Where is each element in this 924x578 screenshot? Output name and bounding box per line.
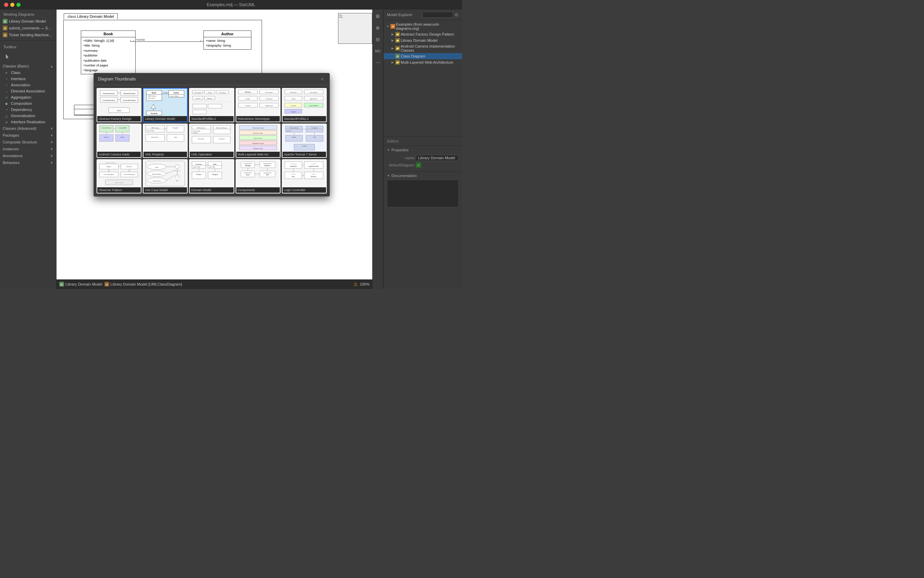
prop-name-value[interactable]: Library Domain Model [416, 155, 459, 161]
sidebar-item-library-domain[interactable]: ▤ Library Domain Model [0, 18, 56, 24]
tree-item-multi-layered[interactable]: ▶ 📁 Multi-Layered Web Architecture [383, 59, 462, 65]
svg-rect-86 [167, 125, 184, 132]
tree-expand-icon [390, 54, 395, 58]
toolbox-item-composition[interactable]: ◆ Composition [0, 100, 56, 107]
svg-text:«byElement»: «byElement» [310, 98, 318, 100]
svg-text:CameraService: CameraService [102, 127, 111, 129]
svg-text:«entity»: «entity» [291, 173, 296, 175]
svg-text:«entity»: «entity» [245, 98, 250, 100]
svg-rect-98 [213, 125, 231, 134]
dialog-close-button[interactable]: × [319, 76, 325, 82]
svg-text:BehavioralFeature: BehavioralFeature [216, 127, 228, 129]
toolbox-section-packages[interactable]: Packages ▼ [0, 132, 56, 139]
toolbox-item-directed-association[interactable]: → Directed Association [0, 88, 56, 94]
documentation-header[interactable]: ▼ Documentation [387, 174, 459, 178]
status-item-1[interactable]: ▤ Library Domain Model [59, 282, 102, 287]
chevron-down-icon: ▼ [50, 147, 54, 151]
toolbox-section-behaviors[interactable]: Behaviors ▼ [0, 159, 56, 166]
svg-text:Return Book: Return Book [153, 180, 161, 182]
thumbnail-apache-tomcat[interactable]: Tomcat Server +port: int Connector Engin… [282, 123, 327, 158]
thumbnail-multi-layered[interactable]: Presentation Layer Business Layer Servic… [235, 123, 281, 158]
toolbox-item-interface[interactable]: ○ Interface [0, 76, 56, 82]
svg-text:Observer Pattern: Observer Pattern [105, 162, 115, 164]
toolbox-item-association[interactable]: ─ Association [0, 82, 56, 88]
tree-item-abstract-factory[interactable]: ▶ 📁 Abstract Factory Design Pattern [383, 31, 462, 37]
thumbnail-library-domain[interactable]: Book +ISBN: String +title: String Author… [143, 88, 188, 122]
book-class-header: Book [81, 31, 135, 37]
toolbox-item-generalization[interactable]: △ Generalization [0, 113, 56, 119]
thumbnail-domain-model[interactable]: Customer +name: String Order +date: Date… [189, 159, 234, 193]
status-item-2[interactable]: ▤ Library Domain Model [UMLClassDiagram] [104, 282, 182, 287]
svg-rect-41 [193, 104, 206, 108]
dialog-titlebar: Diagram Thumbnails × [94, 73, 330, 85]
tree-item-class-diagram[interactable]: ▤ Class Diagram [383, 53, 462, 59]
thumbnail-uml-property[interactable]: UMLProperty +name: String Classifier Ass… [143, 123, 188, 158]
svg-text:«SystemModel»: «SystemModel» [309, 105, 318, 107]
toolbox-item-aggregation[interactable]: ◇ Aggregation [0, 94, 56, 100]
svg-text:+date: Date: +date: Date [209, 166, 215, 168]
tree-folder-icon: 📁 [395, 46, 400, 51]
class-icon: ≡ [4, 70, 9, 75]
toolbox-section-annotations[interactable]: Annotations ▼ [0, 153, 56, 159]
toolbox-section-basic[interactable]: Classes (Basic) ▲ [0, 63, 56, 70]
svg-line-154 [175, 174, 177, 178]
tree-item-root[interactable]: ▼ ⊕ Examples (from www.uml-diagrams.org) [383, 21, 462, 31]
toolbox-item-interface-realization[interactable]: ⌀ Interface Realization [0, 119, 56, 125]
thumbnail-robustness[interactable]: «htmlClass» UMLClass «stereotype» «entit… [235, 88, 281, 122]
svg-rect-103 [213, 136, 231, 143]
tree-item-library-domain[interactable]: ▶ 📁 Library Domain Model [383, 37, 462, 44]
thumbnail-use-case[interactable]: Login Browse Books Return Book User [143, 159, 188, 193]
thumbnail-login-controller[interactable]: «boundary» LoginView «control» LoginCont… [282, 159, 327, 193]
svg-text:Tomcat Server: Tomcat Server [289, 127, 298, 129]
sidebar-item-submit-comments[interactable]: ▤ submit_comments — Submi [0, 24, 56, 31]
svg-text:Database Layer: Database Layer [253, 148, 263, 149]
close-button[interactable] [4, 3, 8, 7]
toolbox-section-composite[interactable]: Composite Structure ▼ [0, 139, 56, 146]
svg-text:«entity»: «entity» [208, 92, 213, 94]
thumbnail-abstract-factory[interactable]: AbstractFactory ConcreteFactory Abstract… [97, 88, 141, 122]
svg-text:Account: Account [151, 112, 158, 114]
thumbnail-standard-profile-l2[interactable]: «stereotype» «entity» «boundary» «contro… [189, 88, 234, 122]
svg-text:Author: Author [174, 92, 179, 94]
tree-item-label: Android Camera Implementation Classes [401, 44, 460, 52]
grid-icon[interactable]: ⊟ [374, 36, 382, 43]
toolbox-section-instances[interactable]: Instances ▼ [0, 146, 56, 153]
crosshair-icon[interactable]: ⊕ [374, 24, 382, 31]
documentation-textarea[interactable] [387, 180, 459, 207]
toolbox-section-advanced[interactable]: Classes (Advanced) ▼ [0, 125, 56, 132]
svg-text:Category: Category [212, 174, 218, 175]
minimize-button[interactable] [10, 3, 15, 7]
thumbnail-android-camera[interactable]: CameraService CameraHAL Camera Driver [97, 123, 141, 158]
thumbnail-uml-operation[interactable]: UMLOperation +name: String +visibility B… [189, 123, 234, 158]
maximize-button[interactable] [16, 3, 21, 7]
prop-checkbox[interactable]: ✓ [416, 162, 421, 168]
thumbnail-standard-profile-l3[interactable]: «htmlClass» «stereotype» «entity» «byEle… [282, 88, 327, 122]
toolbox-item-class[interactable]: ≡ Class [0, 70, 56, 76]
tree-expand-icon: ▶ [390, 60, 395, 64]
thumbnail-dialog: Diagram Thumbnails × AbstractFactory Con… [94, 73, 330, 196]
thumbnail-components[interactable]: «component» WebApp «component» Database … [235, 159, 281, 193]
puzzle-icon[interactable]: ⊞ [374, 12, 382, 20]
svg-text:«control»: «control» [291, 105, 296, 107]
toolbox-item-dependency[interactable]: ⤍ Dependency [0, 107, 56, 113]
interface-icon: ○ [4, 76, 9, 81]
thumbnail-img: Book +ISBN: String +title: String Author… [143, 89, 187, 116]
share-icon[interactable]: ⋯ [374, 59, 382, 67]
svg-text:«entity»: «entity» [291, 98, 296, 100]
gear-icon[interactable]: ⚙ [455, 12, 459, 18]
properties-header[interactable]: ▼ Properties [387, 148, 459, 152]
md-icon[interactable]: MD [374, 47, 382, 55]
tree-item-android-camera[interactable]: ▶ 📁 Android Camera Implementation Classe… [383, 44, 462, 53]
search-input[interactable] [422, 11, 453, 18]
explorer-search: ⚙ [422, 11, 459, 18]
svg-text:+wrote: +wrote [164, 92, 168, 94]
svg-text:API: API [266, 174, 268, 176]
svg-rect-42 [208, 104, 222, 108]
window-controls[interactable] [4, 3, 21, 7]
thumbnail-observer-pattern[interactable]: Observer Pattern Subject Observer Concre… [97, 159, 141, 193]
status-icon-2: ▤ [104, 282, 109, 287]
thumbnail-label: Library Domain Model [143, 116, 187, 122]
left-sidebar: Working Diagrams ▤ Library Domain Model … [0, 10, 57, 289]
tree-diagram-icon: ▤ [395, 54, 400, 58]
sidebar-item-ticket-vending[interactable]: ▤ Ticket Vending Machine – T [0, 31, 56, 38]
